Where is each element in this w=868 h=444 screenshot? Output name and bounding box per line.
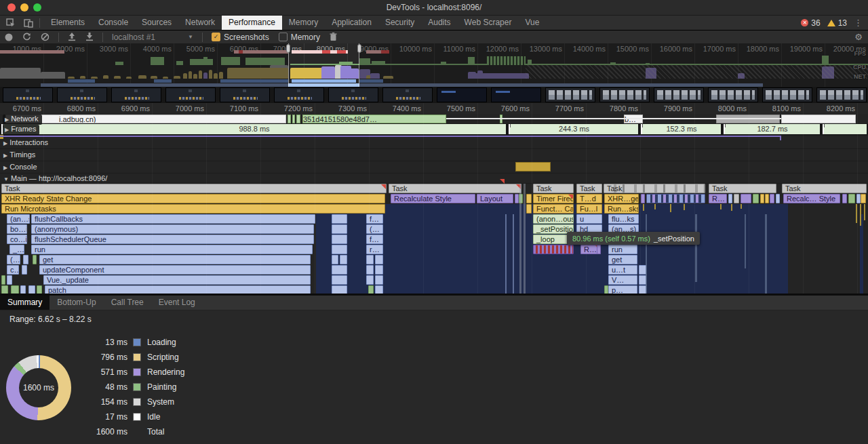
tab-elements[interactable]: Elements [44,16,92,30]
flame-bar[interactable]: Funct… Call [533,204,574,214]
tab-summary[interactable]: Summary [0,296,50,310]
flame-bar[interactable] [332,285,347,294]
flame-bar[interactable] [37,285,42,294]
flame-bar[interactable] [11,285,19,294]
flame-bar[interactable] [28,285,35,294]
flame-bar[interactable]: _… [9,245,24,254]
flame-bar[interactable]: Task [533,184,574,193]
network-request-bar[interactable] [292,115,295,123]
close-window-button[interactable] [7,3,16,12]
tab-security[interactable]: Security [378,16,421,30]
tab-vue[interactable]: Vue [518,16,546,30]
filmstrip-thumbnail[interactable] [220,87,270,102]
inspect-element-icon[interactable] [4,17,18,28]
flame-bar[interactable]: flu…ks [608,214,639,224]
tab-web-scraper[interactable]: Web Scraper [458,16,519,30]
filmstrip-thumbnail[interactable] [328,87,378,102]
flame-bar[interactable]: (anon…ous) [533,214,574,224]
flame-bar[interactable] [765,194,769,203]
screenshots-checkbox[interactable]: ✓ Screenshots [212,33,269,42]
flame-bar[interactable] [20,285,26,294]
flame-bar[interactable]: Recalculate Style [391,194,475,203]
flame-bar[interactable]: Layout [477,194,513,203]
flame-bar[interactable] [375,285,383,294]
filmstrip-thumbnail[interactable] [654,87,704,102]
flame-bar[interactable] [340,255,347,264]
flame-bar[interactable] [332,224,347,234]
flame-bar[interactable]: u…t [608,265,637,275]
flame-bar[interactable]: patch [45,285,311,294]
network-track-header[interactable]: ▶Network [3,115,42,125]
flame-bar[interactable]: u [576,214,602,224]
flame-bar[interactable]: flushSchedulerQueue [31,235,314,244]
record-button[interactable] [5,33,13,41]
network-request-bar[interactable] [296,115,300,123]
flame-bar[interactable] [533,245,574,254]
flame-bar[interactable] [23,255,28,264]
clear-button[interactable] [41,33,50,41]
console-track-header[interactable]: ▶Console [3,163,37,171]
console-task-bar[interactable] [515,162,551,171]
flame-bar[interactable]: Task [389,184,521,193]
timings-track-header[interactable]: ▶Timings [3,150,35,159]
flame-bar[interactable] [526,194,532,203]
flame-bar[interactable]: XHR…ge [604,194,639,203]
flame-bar[interactable] [741,194,751,203]
filmstrip-thumbnail[interactable] [599,87,650,102]
flame-bar[interactable] [366,255,374,264]
tab-application[interactable]: Application [325,16,378,30]
filmstrip-thumbnail[interactable] [3,87,53,102]
flame-bar[interactable]: run [31,245,313,254]
flame-bar[interactable] [848,194,855,203]
flame-bar[interactable]: Task [709,184,776,193]
filmstrip-thumbnail[interactable] [382,87,433,102]
flame-bar[interactable] [332,214,347,224]
network-request-bar[interactable] [781,115,856,123]
flame-bar[interactable]: (anonymous) [31,224,314,234]
flame-bar[interactable] [375,265,383,275]
tab-audits[interactable]: Audits [421,16,457,30]
filmstrip-thumbnail[interactable] [816,87,867,102]
console-warning-badge[interactable]: 13 [827,18,847,28]
flame-bar[interactable] [7,275,12,285]
flame-bar[interactable] [753,194,759,203]
flame-bar[interactable] [332,235,347,244]
flame-bar[interactable] [332,245,347,254]
flame-bar[interactable]: R… [709,194,727,203]
network-request-bar[interactable]: 351d4151580e48d7… [302,115,446,123]
main-track-header[interactable]: ▼Main — http://localhost:8096/ [3,174,107,182]
flame-bar[interactable] [770,194,774,203]
flame-bar[interactable] [641,194,645,203]
garbage-collect-button[interactable] [330,33,337,41]
flame-bar[interactable]: Task [1,184,387,193]
flame-bar[interactable]: (… [7,255,20,264]
flame-bar[interactable]: Run…sks [604,204,639,214]
flame-bar[interactable] [22,265,27,275]
zoom-window-button[interactable] [33,3,41,12]
save-profile-button[interactable] [85,33,94,41]
flame-bar[interactable] [375,255,383,264]
load-profile-button[interactable] [68,33,76,41]
frame-duration-segment[interactable]: 988.8 ms [1,124,506,134]
tab-network[interactable]: Network [178,16,222,30]
tab-console[interactable]: Console [92,16,135,30]
flame-bar[interactable] [728,194,732,203]
filmstrip-thumbnail[interactable] [708,87,758,102]
tab-event-log[interactable]: Event Log [151,296,203,310]
minimize-window-button[interactable] [20,3,28,12]
filmstrip-thumbnail[interactable] [762,87,812,102]
tab-performance[interactable]: Performance [222,16,282,30]
flame-bar[interactable] [33,255,37,264]
flame-bar[interactable] [861,194,866,203]
flame-bar[interactable]: Recalc… Style [783,194,840,203]
flame-bar[interactable]: T…d [576,194,602,203]
console-error-badge[interactable]: ✕ 36 [801,18,820,28]
flame-bar[interactable]: (an…s) [7,214,30,224]
timeline-overview[interactable]: 1000 ms2000 ms3000 ms4000 ms5000 ms6000 … [0,43,868,87]
tab-memory[interactable]: Memory [282,16,325,30]
interactions-track-header[interactable]: ▶Interactions [3,138,48,146]
flame-bar[interactable]: updateComponent [39,265,311,275]
network-request-bar[interactable] [288,115,291,123]
flame-bar[interactable] [526,204,532,214]
filmstrip-thumbnail[interactable] [57,87,107,102]
